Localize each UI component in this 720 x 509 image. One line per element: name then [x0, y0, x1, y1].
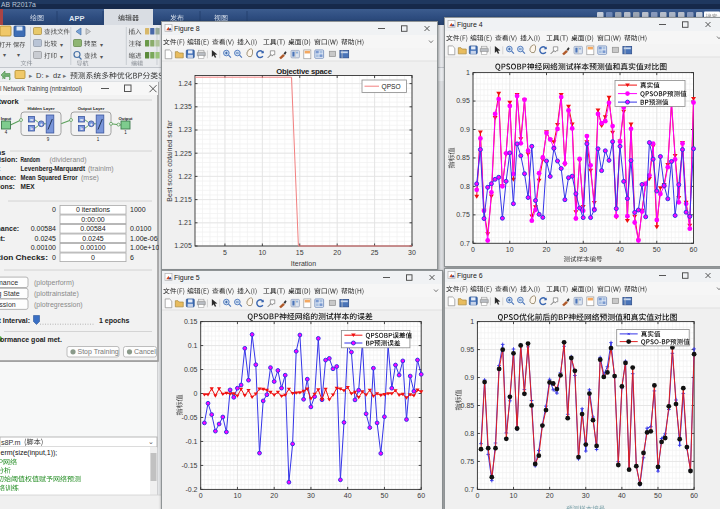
svg-text:Calculations:: Calculations:	[0, 183, 15, 190]
svg-text:1.24: 1.24	[178, 80, 192, 87]
svg-text:(trainlm): (trainlm)	[88, 165, 114, 173]
svg-text:APP: APP	[69, 14, 84, 23]
svg-text:Gradient:: Gradient:	[0, 235, 5, 242]
svg-text:Performance:: Performance:	[0, 225, 19, 232]
svg-text:(dividerand): (dividerand)	[50, 156, 87, 164]
svg-text:0.00584: 0.00584	[80, 225, 105, 232]
svg-text:▾: ▾	[60, 54, 63, 60]
svg-text:0.0245: 0.0245	[35, 235, 57, 242]
svg-text:-0.2: -0.2	[185, 486, 197, 493]
svg-text:dz: dz	[53, 71, 61, 80]
svg-text:1.21: 1.21	[178, 219, 192, 226]
svg-text:6: 6	[130, 254, 134, 261]
svg-text:0.0100: 0.0100	[130, 225, 152, 232]
svg-text:Figure 4: Figure 4	[457, 21, 483, 29]
svg-text:QPSO: QPSO	[382, 83, 401, 91]
svg-text:Performance:: Performance:	[0, 174, 16, 181]
svg-text:10: 10	[234, 492, 242, 499]
svg-text:0.9: 0.9	[460, 126, 470, 133]
svg-text:25: 25	[371, 249, 379, 256]
svg-text:60: 60	[690, 246, 698, 253]
svg-text:0: 0	[194, 390, 198, 397]
svg-text:Best score obtained so far: Best score obtained so far	[166, 120, 173, 202]
svg-text:60: 60	[417, 492, 425, 499]
svg-text:ormance goal met.: ormance goal met.	[0, 336, 62, 344]
svg-text:30: 30	[307, 492, 315, 499]
svg-text:▾: ▾	[17, 52, 20, 58]
svg-text:1.00e-06: 1.00e-06	[130, 235, 158, 242]
svg-text:l Network Training (nntraintoo: l Network Training (nntraintool)	[0, 85, 82, 93]
svg-text:Training:: Training:	[0, 165, 1, 173]
svg-text:-0.15: -0.15	[182, 462, 198, 469]
svg-text:0.95: 0.95	[456, 97, 470, 104]
svg-text:1: 1	[470, 318, 474, 325]
svg-text:20: 20	[546, 492, 554, 499]
svg-text:0: 0	[91, 254, 95, 261]
svg-text:0: 0	[475, 492, 479, 499]
svg-text:10: 10	[258, 249, 266, 256]
svg-text:0.15: 0.15	[184, 318, 198, 325]
svg-text:1000: 1000	[130, 206, 146, 213]
svg-text:Stop Training: Stop Training	[78, 348, 119, 356]
svg-text:0.9: 0.9	[464, 374, 474, 381]
svg-text:30: 30	[408, 249, 416, 256]
svg-text:30: 30	[579, 246, 587, 253]
svg-text:1.00e+10: 1.00e+10	[130, 244, 159, 251]
svg-text:Regression: Regression	[0, 301, 16, 309]
svg-text:0.00100: 0.00100	[80, 244, 105, 251]
svg-text:Hidden Layer: Hidden Layer	[27, 106, 55, 111]
svg-text:0:00:00: 0:00:00	[81, 216, 104, 223]
svg-text:1 epochs: 1 epochs	[99, 317, 129, 325]
svg-text:0 iterations: 0 iterations	[76, 206, 111, 213]
svg-text:▾: ▾	[100, 54, 103, 60]
svg-text:Figure 6: Figure 6	[457, 272, 483, 280]
svg-text:0: 0	[52, 206, 56, 213]
svg-text:Figure 5: Figure 5	[174, 274, 200, 282]
svg-text:0.7: 0.7	[460, 240, 470, 247]
svg-text:erm(size(input,1));: erm(size(input,1));	[1, 449, 58, 457]
svg-text:s8P.m: s8P.m	[1, 438, 20, 447]
svg-text:1: 1	[466, 69, 470, 76]
svg-text:1.23: 1.23	[178, 126, 192, 133]
svg-text:20: 20	[333, 249, 341, 256]
svg-text:0.00100: 0.00100	[31, 244, 56, 251]
svg-text:Performance: Performance	[0, 279, 18, 286]
svg-text:1.235: 1.235	[174, 103, 192, 110]
svg-text:0.7: 0.7	[464, 486, 474, 493]
svg-text:10: 10	[510, 492, 518, 499]
svg-text:30: 30	[582, 492, 590, 499]
svg-text:Cancel: Cancel	[134, 348, 156, 355]
svg-text:Iteration: Iteration	[291, 260, 316, 267]
svg-text:40: 40	[344, 492, 352, 499]
svg-text:0.85: 0.85	[461, 402, 475, 409]
svg-text:Output: Output	[118, 116, 133, 121]
svg-text:0.0245: 0.0245	[82, 235, 104, 242]
svg-text:1.22: 1.22	[178, 173, 192, 180]
svg-text:50: 50	[654, 492, 662, 499]
svg-text:-0.1: -0.1	[185, 438, 197, 445]
svg-text:60: 60	[690, 492, 698, 499]
svg-text:▾: ▾	[100, 42, 103, 48]
svg-text:0: 0	[52, 254, 56, 261]
svg-text:0.05: 0.05	[184, 366, 198, 373]
svg-text:15: 15	[296, 249, 304, 256]
svg-text:-0.05: -0.05	[182, 414, 198, 421]
svg-text:0.75: 0.75	[461, 458, 475, 465]
svg-text:Levenberg-Marquardt: Levenberg-Marquardt	[21, 165, 86, 173]
svg-text:40: 40	[616, 246, 624, 253]
svg-text:Training State: Training State	[0, 290, 20, 298]
svg-text:(plotregression): (plotregression)	[34, 301, 83, 309]
svg-text:Objective space: Objective space	[276, 67, 332, 76]
svg-text:(plottrainstate): (plottrainstate)	[34, 290, 79, 298]
svg-text:AB R2017a: AB R2017a	[1, 1, 36, 8]
svg-text:0.8: 0.8	[460, 183, 470, 190]
svg-text:0.85: 0.85	[456, 154, 470, 161]
svg-text:1.215: 1.215	[174, 196, 192, 203]
svg-text:(mse): (mse)	[81, 174, 99, 182]
svg-text:50: 50	[653, 246, 661, 253]
svg-text:MEX: MEX	[21, 183, 35, 190]
svg-text:20: 20	[543, 246, 551, 253]
svg-text:Random: Random	[21, 156, 41, 163]
svg-text:Validation Checks:: Validation Checks:	[0, 254, 48, 261]
svg-text:▾: ▾	[60, 42, 63, 48]
